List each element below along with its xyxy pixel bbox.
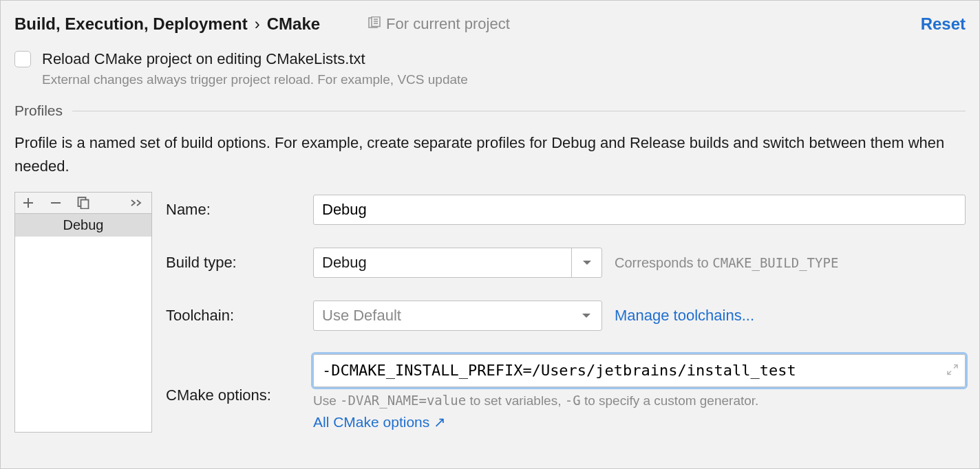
manage-toolchains-link[interactable]: Manage toolchains...	[615, 307, 754, 325]
build-type-hint: Corresponds to CMAKE_BUILD_TYPE	[615, 255, 838, 271]
profile-item-debug[interactable]: Debug	[15, 214, 151, 237]
name-label: Name:	[166, 201, 303, 219]
profiles-description: Profile is a named set of build options.…	[14, 131, 966, 178]
cmake-options-field-wrap	[313, 354, 966, 387]
add-profile-button[interactable]	[22, 197, 34, 209]
cmake-settings-panel: Build, Execution, Deployment › CMake For…	[0, 0, 980, 469]
minus-icon	[50, 197, 62, 209]
profiles-section-header: Profiles	[14, 102, 966, 119]
scope-badge: For current project	[368, 15, 510, 33]
profiles-area: Debug Name: Build type: Debug Correspond…	[14, 192, 966, 433]
cmake-options-hint: Use -DVAR_NAME=value to set variables, -…	[313, 393, 966, 408]
profile-form: Name: Build type: Debug Corresponds to C…	[166, 192, 966, 433]
all-cmake-options-link[interactable]: All CMake options ↗	[313, 414, 966, 430]
section-divider	[72, 111, 966, 111]
reload-checkbox-label[interactable]: Reload CMake project on editing CMakeLis…	[42, 50, 365, 68]
profiles-toolbar	[15, 193, 151, 214]
cmake-options-field[interactable]	[314, 355, 937, 386]
plus-icon	[22, 197, 34, 209]
profiles-list: Debug	[14, 192, 152, 433]
cmake-options-label: CMake options:	[166, 380, 303, 404]
copy-icon	[77, 197, 89, 209]
breadcrumb-current: CMake	[267, 14, 320, 34]
chevrons-right-icon	[129, 198, 145, 208]
reset-button[interactable]: Reset	[921, 14, 966, 34]
build-type-label: Build type:	[166, 254, 303, 272]
breadcrumb: Build, Execution, Deployment › CMake For…	[14, 14, 510, 34]
name-field[interactable]	[313, 195, 966, 225]
remove-profile-button[interactable]	[50, 197, 62, 209]
scope-label: For current project	[386, 15, 510, 33]
project-scope-icon	[368, 15, 381, 33]
profiles-section-label: Profiles	[14, 102, 63, 119]
reload-hint: External changes always trigger project …	[42, 72, 966, 87]
header-row: Build, Execution, Deployment › CMake For…	[14, 14, 966, 34]
reload-checkbox[interactable]	[14, 51, 31, 67]
expand-icon[interactable]	[947, 362, 958, 378]
more-button[interactable]	[129, 198, 145, 208]
chevron-down-icon	[571, 248, 601, 277]
external-link-icon: ↗	[434, 414, 446, 430]
chevron-down-icon	[571, 301, 601, 330]
build-type-dropdown[interactable]: Debug	[313, 248, 602, 278]
toolchain-label: Toolchain:	[166, 307, 303, 325]
copy-profile-button[interactable]	[77, 197, 89, 209]
svg-rect-6	[81, 200, 89, 209]
toolchain-value: Use Default	[314, 307, 571, 325]
build-type-value: Debug	[314, 254, 571, 272]
breadcrumb-parent[interactable]: Build, Execution, Deployment	[14, 14, 248, 34]
reload-row: Reload CMake project on editing CMakeLis…	[14, 50, 966, 68]
breadcrumb-separator: ›	[255, 14, 260, 34]
toolchain-dropdown[interactable]: Use Default	[313, 301, 602, 331]
